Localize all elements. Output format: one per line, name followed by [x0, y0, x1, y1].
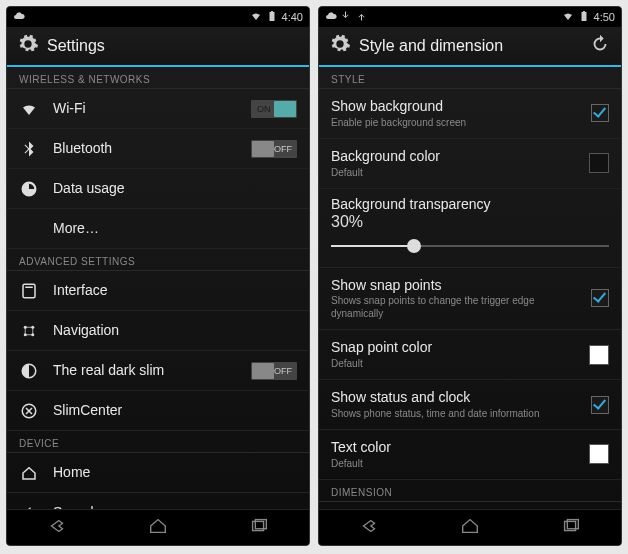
- nav-bar: [7, 509, 309, 545]
- wifi-icon: [19, 99, 39, 119]
- section-header: WIRELESS & NETWORKS: [7, 67, 309, 89]
- restore-icon[interactable]: [589, 33, 611, 59]
- label: Bluetooth: [53, 140, 237, 157]
- navigation-icon: [19, 321, 39, 341]
- row-show-snap[interactable]: Show snap points Shows snap points to ch…: [319, 268, 621, 331]
- settings-list[interactable]: STYLE Show background Enable pie backgro…: [319, 67, 621, 509]
- row-home[interactable]: Home: [7, 453, 309, 493]
- svg-rect-0: [23, 284, 35, 298]
- row-sound[interactable]: Sound: [7, 493, 309, 509]
- sublabel: 30%: [331, 213, 609, 231]
- battery-icon: [578, 10, 590, 24]
- row-nav-size[interactable]: Navigation size: [319, 502, 621, 509]
- label: Data usage: [53, 180, 297, 197]
- transparency-slider[interactable]: [331, 235, 609, 257]
- label: Snap point color: [331, 339, 575, 356]
- nav-bar: [319, 509, 621, 545]
- checkbox[interactable]: [591, 289, 609, 307]
- status-bar: 4:50: [319, 7, 621, 27]
- row-text-color[interactable]: Text color Default: [319, 430, 621, 480]
- row-navigation[interactable]: Navigation: [7, 311, 309, 351]
- clock-text: 4:40: [282, 11, 303, 23]
- title-bar: Settings: [7, 27, 309, 67]
- row-dark-slim[interactable]: The real dark slimOFF: [7, 351, 309, 391]
- toggle[interactable]: ON: [251, 100, 297, 118]
- interface-icon: [19, 281, 39, 301]
- checkbox[interactable]: [591, 396, 609, 414]
- row-show-status[interactable]: Show status and clock Shows phone status…: [319, 380, 621, 430]
- recent-button[interactable]: [248, 515, 270, 541]
- gear-icon: [17, 33, 39, 59]
- label: The real dark slim: [53, 362, 237, 379]
- row-data-usage[interactable]: Data usage: [7, 169, 309, 209]
- battery-icon: [266, 10, 278, 24]
- wifi-icon: [562, 10, 574, 24]
- bluetooth-icon: [19, 139, 39, 159]
- sublabel: Enable pie background screen: [331, 116, 577, 129]
- label: Interface: [53, 282, 297, 299]
- clock-text: 4:50: [594, 11, 615, 23]
- darkslim-icon: [19, 361, 39, 381]
- toggle[interactable]: OFF: [251, 362, 297, 380]
- recent-button[interactable]: [560, 515, 582, 541]
- home-button[interactable]: [147, 515, 169, 541]
- row-background-color[interactable]: Background color Default: [319, 139, 621, 189]
- section-style: STYLE: [319, 67, 621, 89]
- label: Home: [53, 464, 297, 481]
- gear-icon: [329, 33, 351, 59]
- phone-left: 4:40 Settings WIRELESS & NETWORKSWi-FiON…: [6, 6, 310, 546]
- section-dimension: DIMENSION: [319, 480, 621, 502]
- color-swatch[interactable]: [589, 444, 609, 464]
- status-bar: 4:40: [7, 7, 309, 27]
- upload-icon: [355, 10, 367, 24]
- row-more[interactable]: More…: [7, 209, 309, 249]
- cloud-icon: [13, 10, 25, 24]
- label: Show status and clock: [331, 389, 577, 406]
- row-interface[interactable]: Interface: [7, 271, 309, 311]
- label: Background color: [331, 148, 575, 165]
- section-header: DEVICE: [7, 431, 309, 453]
- home-icon: [19, 463, 39, 483]
- page-title: Style and dimension: [359, 37, 581, 55]
- label: More…: [53, 220, 297, 237]
- back-button[interactable]: [358, 515, 380, 541]
- svg-rect-1: [25, 286, 33, 288]
- color-swatch[interactable]: [589, 153, 609, 173]
- cloud-icon: [325, 10, 337, 24]
- wifi-icon: [250, 10, 262, 24]
- sublabel: Default: [331, 166, 575, 179]
- home-button[interactable]: [459, 515, 481, 541]
- label: Navigation: [53, 322, 297, 339]
- slimcenter-icon: [19, 401, 39, 421]
- sublabel: Shows phone status, time and date inform…: [331, 407, 577, 420]
- label: Show background: [331, 98, 577, 115]
- row-snap-color[interactable]: Snap point color Default: [319, 330, 621, 380]
- row-bluetooth[interactable]: BluetoothOFF: [7, 129, 309, 169]
- phone-right: 4:50 Style and dimension STYLE Show back…: [318, 6, 622, 546]
- color-swatch[interactable]: [589, 345, 609, 365]
- data-icon: [19, 179, 39, 199]
- back-button[interactable]: [46, 515, 68, 541]
- label: SlimCenter: [53, 402, 297, 419]
- checkbox[interactable]: [591, 104, 609, 122]
- label: Show snap points: [331, 277, 577, 294]
- settings-list[interactable]: WIRELESS & NETWORKSWi-FiONBluetoothOFFDa…: [7, 67, 309, 509]
- label: Wi-Fi: [53, 100, 237, 117]
- label: Text color: [331, 439, 575, 456]
- download-icon: [340, 10, 352, 24]
- sublabel: Default: [331, 457, 575, 470]
- label: Background transparency: [331, 196, 491, 212]
- row-background-transparency[interactable]: Background transparency 30%: [319, 189, 621, 268]
- title-bar: Style and dimension: [319, 27, 621, 67]
- toggle[interactable]: OFF: [251, 140, 297, 158]
- sublabel: Default: [331, 357, 575, 370]
- row-wifi[interactable]: Wi-FiON: [7, 89, 309, 129]
- sublabel: Shows snap points to change the trigger …: [331, 294, 577, 320]
- section-header: ADVANCED SETTINGS: [7, 249, 309, 271]
- page-title: Settings: [47, 37, 299, 55]
- row-show-background[interactable]: Show background Enable pie background sc…: [319, 89, 621, 139]
- row-slimcenter[interactable]: SlimCenter: [7, 391, 309, 431]
